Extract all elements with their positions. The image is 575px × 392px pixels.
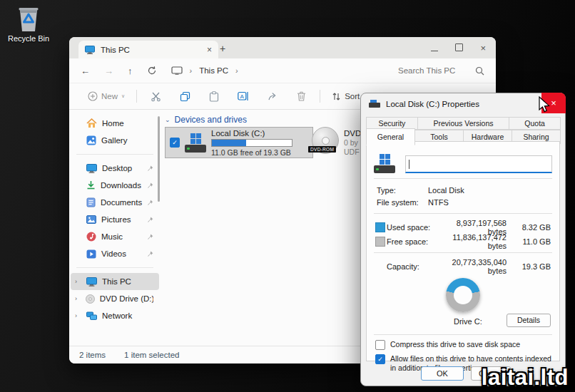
sidebar-item-gallery[interactable]: Gallery xyxy=(71,132,159,149)
used-space-size: 8.32 GB xyxy=(514,223,552,232)
breadcrumb[interactable]: › This PC › xyxy=(171,66,238,76)
item-checkbox[interactable]: ✓ xyxy=(170,138,180,148)
refresh-icon[interactable] xyxy=(147,66,157,76)
search-icon xyxy=(475,66,484,76)
paste-icon xyxy=(209,91,219,102)
rename-button[interactable]: A xyxy=(228,91,258,101)
chevron-right-icon: › xyxy=(235,66,238,75)
sidebar-label: Desktop xyxy=(102,164,132,172)
copy-button[interactable] xyxy=(171,91,200,102)
pin-icon xyxy=(147,200,153,206)
chevron-down-icon: ⌄ xyxy=(165,116,171,123)
ok-button[interactable]: OK xyxy=(421,366,464,381)
delete-button[interactable] xyxy=(288,91,315,101)
back-button[interactable]: ← xyxy=(81,66,90,76)
search-box[interactable] xyxy=(397,66,484,76)
chevron-right-icon: › xyxy=(190,66,193,75)
disk-usage-donut-chart xyxy=(446,278,480,312)
videos-icon xyxy=(86,249,96,259)
desktop: Recycle Bin This PC × + × ← → ↑ › xyxy=(0,0,575,392)
tab-general[interactable]: General xyxy=(366,128,415,145)
tab-bar: This PC × + × xyxy=(69,37,496,58)
tab-this-pc[interactable]: This PC × xyxy=(78,41,218,58)
navigation-pane: Home Gallery Desktop Downloads xyxy=(69,109,161,346)
sidebar-label: Gallery xyxy=(101,136,127,145)
pin-icon xyxy=(147,251,153,257)
sidebar-item-downloads[interactable]: Downloads xyxy=(71,177,159,194)
network-icon xyxy=(86,311,97,321)
text-caret xyxy=(409,160,409,169)
sidebar-item-dvd-drive[interactable]: › DVD Drive (D:) D xyxy=(71,290,159,307)
minimize-button[interactable] xyxy=(431,41,438,54)
dvd-name: DVD xyxy=(344,129,361,138)
search-input[interactable] xyxy=(397,66,468,76)
sidebar-item-pictures[interactable]: Pictures xyxy=(71,211,159,228)
breadcrumb-location[interactable]: This PC xyxy=(199,66,228,75)
compress-checkbox-row[interactable]: Compress this drive to save disk space xyxy=(375,340,552,350)
volume-label-input[interactable] xyxy=(405,155,552,173)
tab-quota[interactable]: Quota xyxy=(509,117,561,130)
pin-icon xyxy=(147,234,153,240)
share-icon xyxy=(268,92,278,101)
free-space-swatch xyxy=(375,237,385,247)
up-button[interactable]: ↑ xyxy=(128,66,133,76)
items-count: 2 items xyxy=(79,351,106,359)
new-tab-button[interactable]: + xyxy=(214,40,231,57)
sidebar-scrollbar[interactable] xyxy=(158,116,160,202)
drive-icon xyxy=(369,100,380,108)
sidebar-item-network[interactable]: › Network xyxy=(71,307,159,324)
rename-icon: A xyxy=(238,91,249,101)
sidebar-item-this-pc[interactable]: › This PC xyxy=(71,273,159,290)
type-value: Local Disk xyxy=(428,186,464,195)
window-close-button[interactable]: × xyxy=(480,43,486,53)
sidebar-item-home[interactable]: Home xyxy=(71,115,159,132)
new-label: New xyxy=(101,92,118,100)
sidebar-label: Music xyxy=(101,232,123,241)
new-button[interactable]: New ∨ xyxy=(81,91,132,101)
used-space-swatch xyxy=(375,222,385,232)
plus-circle-icon xyxy=(88,91,98,101)
system-drive-icon xyxy=(185,133,206,153)
downloads-icon xyxy=(86,180,96,190)
sidebar-item-desktop[interactable]: Desktop xyxy=(71,160,159,177)
paste-button[interactable] xyxy=(200,91,228,102)
capacity-label: Capacity: xyxy=(387,262,441,271)
drive-letter-label: Drive C: xyxy=(454,317,482,326)
general-tab-panel: Type: Local Disk File system: NTFS Used … xyxy=(366,141,560,361)
dvd-drive-icon xyxy=(86,294,95,304)
cut-button[interactable] xyxy=(141,91,171,102)
maximize-button[interactable] xyxy=(455,41,463,54)
dialog-title: Local Disk (C:) Properties xyxy=(386,100,479,108)
cut-icon xyxy=(151,91,161,102)
drive-free-space: 11.0 GB free of 19.3 GB xyxy=(211,148,292,157)
mouse-cursor xyxy=(537,96,551,113)
local-disk-tile[interactable]: ✓ Local Disk (C:) 11.0 GB free of 19.3 G… xyxy=(165,127,313,158)
compress-checkbox[interactable] xyxy=(375,340,385,350)
expand-chevron-icon[interactable]: › xyxy=(75,295,81,302)
sort-arrows-icon xyxy=(332,92,341,101)
forward-button[interactable]: → xyxy=(104,66,113,76)
section-title: Devices and drives xyxy=(175,115,247,125)
tab-close-icon[interactable]: × xyxy=(207,45,212,55)
sidebar-item-documents[interactable]: Documents xyxy=(71,194,159,211)
expand-chevron-icon[interactable]: › xyxy=(75,278,81,285)
sidebar-label: Pictures xyxy=(101,215,131,224)
share-button[interactable] xyxy=(258,92,288,101)
sidebar-item-music[interactable]: Music xyxy=(71,228,159,245)
details-button[interactable]: Details xyxy=(507,314,551,327)
sidebar-item-videos[interactable]: Videos xyxy=(71,245,159,262)
sidebar-label: This PC xyxy=(102,277,131,286)
recycle-bin-shortcut[interactable]: Recycle Bin xyxy=(6,6,51,43)
dvd-disc-icon: DVD-ROM xyxy=(312,127,339,154)
free-space-label: Free space: xyxy=(387,237,441,246)
sidebar-label: Videos xyxy=(101,249,126,258)
drive-name: Local Disk (C:) xyxy=(211,129,292,138)
expand-chevron-icon[interactable]: › xyxy=(75,312,81,319)
dialog-title-bar: Local Disk (C:) Properties xyxy=(361,93,565,115)
pin-icon xyxy=(147,165,153,172)
chevron-down-icon: ∨ xyxy=(121,93,125,99)
index-checkbox[interactable]: ✓ xyxy=(375,354,385,364)
sidebar-label: Network xyxy=(102,311,132,320)
tab-previous-versions[interactable]: Previous Versions xyxy=(417,117,509,130)
compress-label: Compress this drive to save disk space xyxy=(390,340,520,349)
